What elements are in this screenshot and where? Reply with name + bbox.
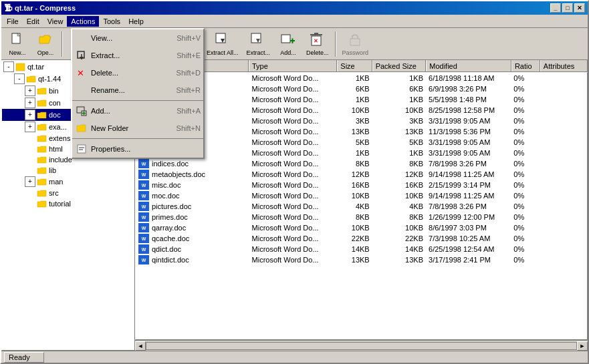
actions-separator-1: [72, 100, 203, 101]
table-row[interactable]: Wpictures.docMicrosoft Word Do...4KB4KB7…: [136, 201, 587, 212]
file-name-cell: Wprimes.doc: [136, 212, 249, 222]
toolbar-extract-all-label: Extract All...: [207, 49, 239, 56]
file-packed-cell: 13KB: [372, 254, 426, 265]
file-modified-cell: 3/31/1998 9:05 AM: [426, 148, 511, 158]
col-attrs[interactable]: Attributes: [540, 60, 588, 71]
file-modified-cell: 6/18/1998 11:18 AM: [426, 73, 511, 83]
table-row[interactable]: Wqarray.docMicrosoft Word Do...10KB10KB8…: [136, 222, 587, 233]
scroll-left-btn[interactable]: ◄: [135, 341, 146, 351]
file-attrs-cell: [540, 233, 587, 244]
menu-tools[interactable]: Tools: [99, 16, 124, 27]
file-type-cell: Microsoft Word Do...: [249, 254, 338, 265]
doc-icon: W: [138, 255, 149, 264]
file-packed-cell: 10KB: [372, 105, 426, 116]
toolbar-password-button[interactable]: Password: [339, 30, 372, 58]
menu-actions-view[interactable]: View... Shift+V: [72, 29, 203, 47]
tree-label-con: con: [49, 99, 61, 107]
close-button[interactable]: ✕: [574, 3, 585, 13]
table-row[interactable]: Wqdict.docMicrosoft Word Do...14KB14KB6/…: [136, 244, 587, 254]
file-attrs-cell: [540, 83, 587, 94]
file-packed-cell: 1KB: [372, 148, 426, 158]
file-name: qdict.doc: [152, 245, 181, 253]
menu-file[interactable]: File: [3, 16, 23, 27]
table-row[interactable]: Wmoc.docMicrosoft Word Do...10KB10KB9/14…: [136, 190, 587, 201]
file-attrs-cell: [540, 190, 587, 201]
file-size-cell: 10KB: [338, 190, 372, 201]
file-ratio-cell: 0%: [511, 169, 540, 180]
svg-rect-24: [281, 35, 290, 43]
doc-icon: W: [138, 191, 149, 200]
menu-actions-rename[interactable]: Rename... Shift+R: [72, 81, 203, 99]
file-modified-cell: 11/3/1998 5:36 PM: [426, 126, 511, 137]
table-row[interactable]: Windices.docMicrosoft Word Do...8KB8KB7/…: [136, 158, 587, 169]
table-row[interactable]: Wqintdict.docMicrosoft Word Do...13KB13K…: [136, 254, 587, 265]
delete-icon-tb: ✕: [310, 32, 326, 48]
file-attrs-cell: [540, 94, 587, 105]
toolbar-add-label: Add...: [280, 49, 296, 56]
tree-label-html: html: [49, 145, 63, 153]
tree-label-doc: doc: [49, 111, 61, 119]
file-name-cell: Wqdict.doc: [136, 244, 249, 254]
col-size[interactable]: Size: [337, 60, 372, 71]
delete-icon: ✕: [75, 66, 88, 79]
toolbar-add-button[interactable]: Add...: [275, 30, 302, 58]
menu-actions-delete[interactable]: ✕ Delete... Shift+D: [72, 64, 203, 81]
table-row[interactable]: Wmisc.docMicrosoft Word Do...16KB16KB2/1…: [136, 180, 587, 190]
menu-help[interactable]: Help: [124, 16, 148, 27]
file-attrs-cell: [540, 158, 587, 169]
menu-edit[interactable]: Edit: [23, 16, 43, 27]
maximize-button[interactable]: □: [562, 3, 573, 13]
tree-item-src[interactable]: src: [2, 188, 134, 198]
file-attrs-cell: [540, 254, 587, 265]
file-packed-cell: 14KB: [372, 244, 426, 254]
svg-rect-8: [78, 145, 86, 153]
toolbar-open-button[interactable]: Ope...: [32, 30, 59, 58]
file-size-cell: 13KB: [338, 126, 372, 137]
file-name: qarray.doc: [152, 224, 186, 232]
menu-actions-add[interactable]: Add... Shift+A: [72, 102, 203, 120]
tree-item-lib[interactable]: lib: [2, 165, 134, 176]
col-type[interactable]: Type: [249, 60, 337, 71]
table-row[interactable]: Wqcache.docMicrosoft Word Do...22KB22KB7…: [136, 233, 587, 244]
table-row[interactable]: Wprimes.docMicrosoft Word Do...8KB8KB1/2…: [136, 212, 587, 222]
menu-actions-properties[interactable]: Properties...: [72, 140, 203, 158]
file-size-cell: 5KB: [338, 137, 372, 148]
menu-actions-new-folder[interactable]: New Folder Shift+N: [72, 120, 203, 137]
file-size-cell: 14KB: [338, 244, 372, 254]
col-modified[interactable]: Modified: [426, 60, 511, 71]
svg-text:✕: ✕: [77, 68, 84, 78]
title-bar-buttons: _ □ ✕: [550, 3, 585, 13]
actions-view-label: View...: [91, 34, 160, 42]
file-name: pictures.doc: [152, 202, 191, 210]
app-icon: 🗜: [4, 3, 12, 13]
file-name: indices.doc: [152, 160, 189, 168]
col-ratio[interactable]: Ratio: [511, 60, 540, 71]
file-size-cell: 13KB: [338, 254, 372, 265]
toolbar-new-label: New...: [9, 49, 25, 56]
toolbar-new-button[interactable]: New...: [4, 30, 31, 58]
file-size-cell: 1KB: [338, 94, 372, 105]
file-type-cell: Microsoft Word Do...: [249, 83, 338, 94]
menu-bar: File Edit View Actions Tools Help View..…: [1, 15, 588, 28]
tree-item-tutorial[interactable]: tutorial: [2, 198, 134, 209]
toolbar-extract-all-button[interactable]: Extract All...: [203, 30, 242, 58]
table-row[interactable]: Wmetaobjects.docMicrosoft Word Do...12KB…: [136, 169, 587, 180]
file-packed-cell: 8KB: [372, 158, 426, 169]
h-scrollbar[interactable]: ◄ ►: [135, 340, 588, 351]
toolbar-delete-button[interactable]: ✕ Delete...: [303, 30, 332, 58]
scroll-right-btn[interactable]: ►: [577, 341, 588, 351]
h-scrollbar-track[interactable]: [146, 342, 577, 350]
doc-icon: W: [138, 159, 149, 168]
toolbar-extract-button[interactable]: Extract...: [243, 30, 274, 58]
file-attrs-cell: [540, 201, 587, 212]
file-type-cell: Microsoft Word Do...: [249, 73, 338, 83]
col-packed[interactable]: Packed Size: [372, 60, 427, 71]
menu-actions-extract[interactable]: Extract... Shift+E: [72, 47, 203, 64]
menu-view[interactable]: View: [43, 16, 68, 27]
menu-actions[interactable]: Actions: [67, 16, 99, 27]
file-type-cell: Microsoft Word Do...: [249, 148, 338, 158]
minimize-button[interactable]: _: [550, 3, 561, 13]
file-name-cell: Wqcache.doc: [136, 233, 249, 244]
tree-item-man[interactable]: + man: [2, 176, 134, 188]
toolbar-extract-label: Extract...: [247, 49, 271, 56]
